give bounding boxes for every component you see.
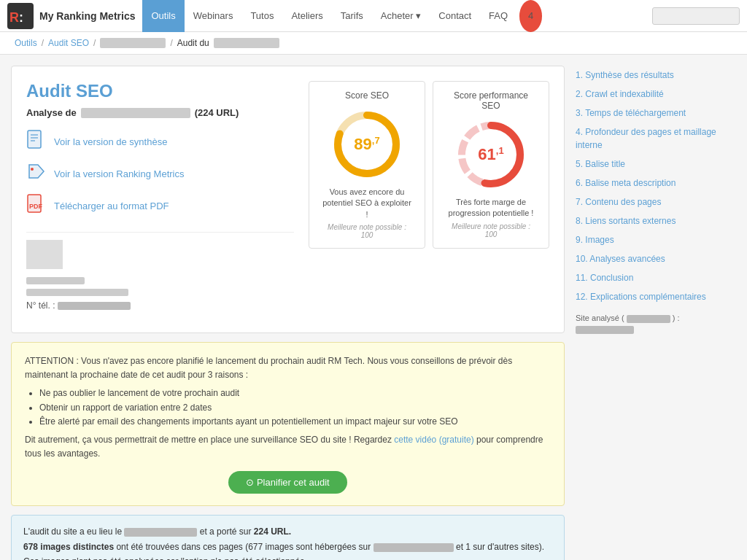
sidebar-item-8[interactable]: 8. Liens sortants externes: [576, 211, 736, 230]
attention-link-gratuite[interactable]: (gratuite): [439, 435, 474, 445]
audit-url-blurred: [81, 108, 190, 118]
svg-point-7: [31, 168, 34, 171]
pdf-icon: PDF: [26, 194, 47, 217]
sidebar-item-5[interactable]: 5. Balise title: [576, 155, 736, 174]
audit-links: Voir la version de synthèse Voir la vers…: [26, 130, 294, 217]
nav-item-webinars[interactable]: Webinars: [185, 0, 242, 32]
score-seo-ring: 89,7: [330, 108, 403, 181]
nav-item-ateliers[interactable]: Ateliers: [282, 0, 331, 32]
tag-icon: [26, 162, 47, 185]
info-line-1: [26, 277, 85, 284]
breadcrumb-audit-du: Audit du: [177, 38, 209, 48]
svg-text:R: R: [9, 10, 19, 25]
scores-container: Score SEO 89,7 Vous avez encore du poten…: [309, 81, 549, 249]
svg-text:PDF: PDF: [29, 203, 43, 210]
phone-blurred: [58, 302, 131, 310]
sidebar-item-12[interactable]: 12. Explications complémentaires: [576, 287, 736, 306]
sidebar-site-blurred: [627, 315, 670, 323]
info-bottom-line1: L'audit du site a eu lieu le et a porté …: [23, 524, 552, 539]
sidebar-item-3[interactable]: 3. Temps de téléchargement: [576, 104, 736, 122]
navbar: R : My Ranking Metrics Outils Webinars T…: [0, 0, 747, 32]
audit-link-synthese[interactable]: Voir la version de synthèse: [26, 130, 294, 153]
brand[interactable]: R : My Ranking Metrics: [7, 3, 135, 29]
nav-item-tarifs[interactable]: Tarifs: [332, 0, 372, 32]
sidebar-item-4[interactable]: 4. Profondeur des pages et maillage inte…: [576, 122, 736, 155]
sidebar-item-6[interactable]: 6. Balise meta description: [576, 174, 736, 192]
sidebar-item-9[interactable]: 9. Images: [576, 230, 736, 249]
audit-card: Audit SEO Analyse de (224 URL): [11, 66, 565, 333]
audit-link-ranking[interactable]: Voir la version Ranking Metrics: [26, 162, 294, 185]
attention-list: Ne pas oublier le lancement de votre pro…: [39, 386, 551, 429]
audit-link-ranking-label: Voir la version Ranking Metrics: [54, 168, 184, 179]
score-perf-box: Score performance SEO 61,1 Très forte ma…: [433, 81, 549, 249]
svg-rect-3: [28, 131, 41, 148]
info-bottom-line2: 678 images distinctes ont été trouvées d…: [23, 540, 552, 554]
nav-item-badge[interactable]: 4: [516, 0, 542, 32]
info-phone: N° tél. :: [26, 300, 294, 311]
score-seo-value: 89,7: [354, 135, 379, 154]
page-container: Audit SEO Analyse de (224 URL): [0, 55, 747, 560]
score-perf-value: 61,1: [478, 145, 503, 164]
score-seo-box: Score SEO 89,7 Vous avez encore du poten…: [309, 81, 425, 249]
score-perf-ring: 61,1: [454, 118, 527, 191]
info-host-blurred: [374, 543, 454, 552]
logo-icon: R :: [7, 3, 34, 29]
audit-link-pdf-label: Télécharger au format PDF: [54, 201, 169, 211]
sidebar-item-1[interactable]: 1. Synthèse des résultats: [576, 66, 736, 85]
sidebar-item-2[interactable]: 2. Crawl et indexabilité: [576, 85, 736, 104]
info-bottom-line3: Ces images n'ont pas été analysées car l…: [23, 554, 552, 560]
sidebar-site-url-blurred: [576, 326, 634, 334]
score-perf-desc: Très forte marge de progression potentie…: [445, 197, 537, 219]
breadcrumb-audit-date: [214, 38, 279, 48]
audit-header: Audit SEO Analyse de (224 URL): [26, 81, 549, 318]
sidebar-item-7[interactable]: 7. Contenu des pages: [576, 192, 736, 211]
sidebar: 1. Synthèse des résultats2. Crawl et ind…: [576, 66, 736, 560]
audit-link-synthese-label: Voir la version de synthèse: [54, 136, 167, 147]
sidebar-item-10[interactable]: 10. Analyses avancées: [576, 249, 736, 268]
nav-item-faq[interactable]: FAQ: [480, 0, 516, 32]
nav-item-tutos[interactable]: Tutos: [241, 0, 282, 32]
breadcrumb-outils[interactable]: Outils: [15, 38, 37, 48]
nav-item-outils[interactable]: Outils: [142, 0, 184, 32]
audit-analyse: Analyse de (224 URL): [26, 107, 294, 118]
score-perf-max: Meilleure note possible : 100: [445, 222, 537, 238]
score-perf-title: Score performance SEO: [445, 90, 537, 111]
breadcrumb-site: [100, 38, 166, 48]
attention-box: ATTENTION : Vous n'avez pas encore plani…: [11, 342, 565, 506]
info-date-blurred: [124, 528, 197, 537]
attention-item-1: Ne pas oublier le lancement de votre pro…: [39, 386, 551, 400]
nav-item-contact[interactable]: Contact: [430, 0, 480, 32]
info-bottom: L'audit du site a eu lieu le et a porté …: [11, 515, 565, 560]
attention-item-2: Obtenir un rapport de variation entre 2 …: [39, 401, 551, 415]
score-seo-desc: Vous avez encore du potentiel SEO à expl…: [321, 187, 413, 220]
main-content: Audit SEO Analyse de (224 URL): [11, 66, 565, 560]
nav-item-acheter[interactable]: Acheter ▾: [372, 0, 430, 32]
plan-audit-button[interactable]: ⊙ Planifier cet audit: [228, 471, 347, 494]
audit-left: Audit SEO Analyse de (224 URL): [26, 81, 294, 318]
nav-menu: Outils Webinars Tutos Ateliers Tarifs Ac…: [142, 0, 542, 32]
attention-link-video[interactable]: cette vidéo: [394, 435, 436, 445]
attention-item-3: Être alerté par email des changements im…: [39, 415, 551, 429]
svg-text::: :: [19, 10, 23, 25]
doc-icon: [26, 130, 47, 153]
audit-title: Audit SEO: [26, 81, 294, 101]
breadcrumb: Outils / Audit SEO / / Audit du: [0, 32, 747, 55]
nav-search-input[interactable]: [652, 7, 740, 25]
sidebar-item-11[interactable]: 11. Conclusion: [576, 268, 736, 287]
audit-link-pdf[interactable]: PDF Télécharger au format PDF: [26, 194, 294, 217]
info-line-2: [26, 289, 128, 296]
score-seo-max: Meilleure note possible : 100: [321, 223, 413, 239]
brand-name: My Ranking Metrics: [39, 10, 135, 22]
info-image-placeholder: [26, 240, 63, 269]
audit-info-block: N° tél. :: [26, 232, 294, 318]
score-seo-title: Score SEO: [321, 90, 413, 101]
sidebar-nav: 1. Synthèse des résultats2. Crawl et ind…: [576, 66, 736, 306]
attention-text: ATTENTION : Vous n'avez pas encore plani…: [25, 354, 551, 461]
breadcrumb-audit-seo[interactable]: Audit SEO: [48, 38, 89, 48]
sidebar-site: Site analysé ( ) :: [576, 314, 736, 334]
